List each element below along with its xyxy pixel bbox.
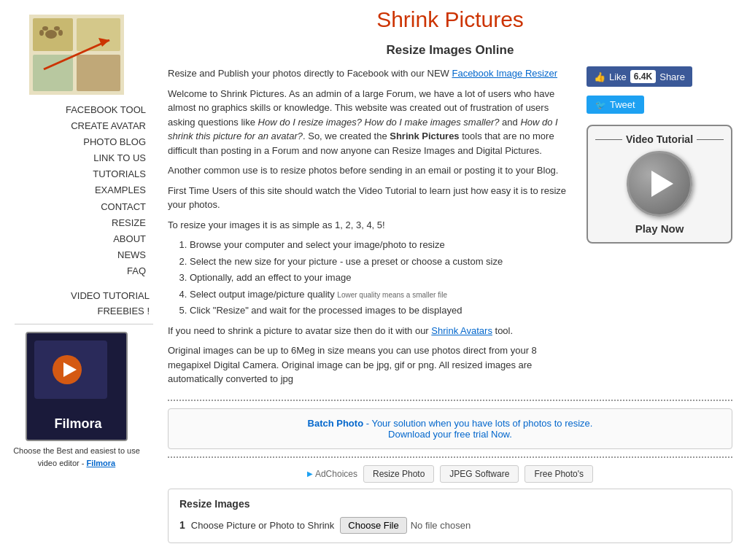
step-number-1: 1 (179, 519, 185, 531)
to-resize-paragraph: To resize your images it is as simple as… (168, 218, 576, 233)
no-file-chosen-label: No file chosen (411, 520, 471, 531)
resize-row-1: 1 Choose Picture or Photo to Shrink Choo… (179, 517, 721, 534)
sidebar-item-contact[interactable]: CONTACT (0, 199, 150, 215)
welcome-paragraph: Welcome to Shrink Pictures. As an admin … (168, 87, 576, 158)
play-triangle-icon (651, 171, 673, 197)
sidebar-item-examples[interactable]: EXAMPLES (0, 182, 150, 198)
site-logo (29, 15, 124, 95)
video-tutorial-title: Video Tutorial (595, 133, 724, 145)
svg-point-6 (42, 26, 48, 31)
jpeg-software-ad-btn[interactable]: JPEG Software (440, 465, 519, 483)
svg-point-8 (39, 30, 44, 36)
promo-caption: Choose the Best and easiest to use video… (0, 441, 153, 469)
batch-banner: Batch Photo - Your solution when you hav… (168, 408, 732, 449)
fb-like-label: Like (609, 71, 627, 82)
resize-photo-ad-btn[interactable]: Resize Photo (363, 465, 434, 483)
step-4: Select output image/picture quality Lowe… (190, 287, 576, 302)
fb-count: 6.4K (630, 70, 656, 83)
sidebar-divider (15, 324, 153, 324)
sidebar-item-link-to-us[interactable]: LINK TO US (0, 150, 150, 166)
sidebar-item-photo-blog[interactable]: PHOTO BLOG (0, 134, 150, 150)
filmora-link[interactable]: Filmora (86, 459, 115, 467)
shrink-avatars-paragraph: If you need to shrink a picture to avata… (168, 324, 576, 338)
file-input-wrapper: Choose File No file chosen (340, 517, 471, 534)
facebook-resizer-link[interactable]: Facebook Image Resizer (452, 68, 557, 79)
content-text: Resize and Publish your photos directly … (168, 66, 576, 392)
shrink-avatars-link[interactable]: Shrink Avatars (431, 325, 492, 336)
right-panel: 👍 Like 6.4K Share 🐦 Tweet Video Tutoria (587, 66, 732, 392)
ad-choices-label: AdChoices (315, 469, 357, 479)
dotted-divider-1 (168, 400, 732, 401)
svg-point-5 (45, 30, 57, 39)
sidebar-item-freebies[interactable]: FREEBIES ! (4, 306, 150, 316)
svg-point-9 (58, 30, 63, 36)
sidebar-promo: Filmora Choose the Best and easiest to u… (0, 332, 157, 469)
play-now-label: Play Now (595, 222, 724, 235)
original-images-paragraph: Original images can be up to 6Meg in siz… (168, 343, 576, 386)
sidebar-item-news[interactable]: NEWS (0, 247, 150, 263)
resize-images-box: Resize Images 1 Choose Picture or Photo … (168, 489, 732, 543)
sidebar-item-create-avatar[interactable]: CREATE AVATAR (0, 118, 150, 134)
facebook-like-box: 👍 Like 6.4K Share (587, 66, 732, 87)
intro-paragraph: Resize and Publish your photos directly … (168, 66, 576, 81)
step-5: Click "Resize" and wait for the processe… (190, 303, 576, 318)
tweet-button[interactable]: 🐦 Tweet (587, 96, 644, 114)
sidebar: FACEBOOK TOOL CREATE AVATAR PHOTO BLOG L… (0, 0, 157, 551)
ad-bar: ▶ AdChoices Resize Photo JPEG Software F… (168, 465, 732, 483)
play-button[interactable] (627, 151, 692, 217)
facebook-like-button[interactable]: 👍 Like 6.4K Share (587, 66, 692, 87)
sidebar-item-faq[interactable]: FAQ (0, 263, 150, 279)
batch-photo-link[interactable]: Batch Photo - Your solution when you hav… (308, 418, 593, 429)
svg-rect-4 (77, 55, 120, 91)
promo-image: Filmora (26, 332, 128, 441)
dotted-divider-2 (168, 456, 732, 458)
sidebar-item-facebook-tool[interactable]: FACEBOOK TOOL (0, 102, 150, 118)
steps-list: Browse your computer and select your ima… (190, 238, 576, 318)
fb-thumbs-icon: 👍 (594, 71, 605, 82)
sidebar-nav: FACEBOOK TOOL CREATE AVATAR PHOTO BLOG L… (0, 102, 157, 279)
sidebar-item-resize[interactable]: RESIZE (0, 215, 150, 231)
step1-label: Choose Picture or Photo to Shrink (191, 520, 335, 531)
ad-choices: ▶ AdChoices (307, 469, 357, 479)
ad-choices-icon: ▶ (307, 470, 313, 478)
choose-file-button[interactable]: Choose File (340, 517, 406, 534)
free-photos-ad-btn[interactable]: Free Photo's (525, 465, 593, 483)
resize-images-box-title: Resize Images (179, 498, 721, 510)
step-1: Browse your computer and select your ima… (190, 238, 576, 252)
video-tutorial-box: Video Tutorial Play Now (587, 125, 732, 244)
resize-heading: Resize Images Online (168, 43, 732, 58)
page-title: Shrink Pictures (168, 7, 732, 32)
first-time-paragraph: First Time Users of this site should wat… (168, 184, 576, 212)
sidebar-item-tutorials[interactable]: TUTORIALS (0, 166, 150, 182)
step-2: Select the new size for your picture - u… (190, 254, 576, 269)
download-trial-link[interactable]: Download your free trial Now. (388, 429, 512, 440)
fb-share-label: Share (659, 71, 685, 82)
sidebar-item-about[interactable]: ABOUT (0, 231, 150, 247)
twitter-icon: 🐦 (595, 100, 606, 110)
step-3: Optionally, add an effect to your image (190, 271, 576, 285)
svg-point-7 (54, 26, 60, 31)
content-area: Resize and Publish your photos directly … (168, 66, 732, 392)
main-content: Shrink Pictures Resize Images Online Res… (157, 0, 747, 551)
svg-text:Filmora: Filmora (54, 416, 102, 431)
another-use-paragraph: Another common use is to resize photos b… (168, 163, 576, 178)
tweet-label: Tweet (610, 99, 635, 110)
step4-note: Lower quality means a smaller file (337, 291, 447, 299)
tweet-box: 🐦 Tweet (587, 96, 732, 125)
sidebar-item-video-tutorial[interactable]: VIDEO TUTORIAL (4, 287, 150, 306)
